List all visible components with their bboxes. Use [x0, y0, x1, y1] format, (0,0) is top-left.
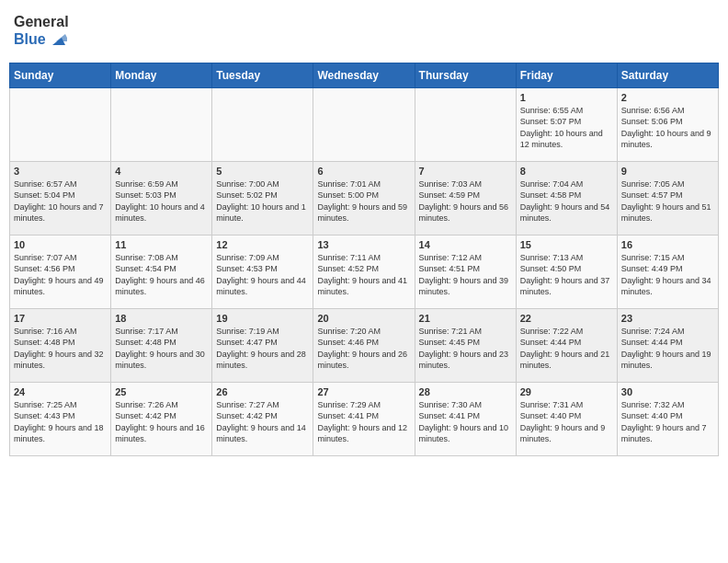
day-info: Sunrise: 7:04 AM Sunset: 4:58 PM Dayligh…: [520, 178, 613, 224]
weekday-header: Sunday: [10, 63, 111, 87]
calendar-cell: 19Sunrise: 7:19 AM Sunset: 4:47 PM Dayli…: [212, 308, 313, 382]
day-info: Sunrise: 7:26 AM Sunset: 4:42 PM Dayligh…: [115, 399, 208, 445]
logo: General Blue: [14, 14, 69, 49]
calendar-cell: 6Sunrise: 7:01 AM Sunset: 5:00 PM Daylig…: [313, 161, 415, 235]
day-number: 16: [621, 239, 714, 250]
day-number: 20: [317, 313, 410, 324]
day-info: Sunrise: 7:05 AM Sunset: 4:57 PM Dayligh…: [621, 178, 714, 224]
day-info: Sunrise: 7:19 AM Sunset: 4:47 PM Dayligh…: [216, 326, 309, 372]
day-info: Sunrise: 7:32 AM Sunset: 4:40 PM Dayligh…: [621, 399, 714, 445]
day-number: 26: [216, 386, 309, 397]
day-number: 4: [115, 166, 208, 177]
day-info: Sunrise: 7:01 AM Sunset: 5:00 PM Dayligh…: [317, 178, 410, 224]
weekday-header-row: SundayMondayTuesdayWednesdayThursdayFrid…: [10, 63, 719, 87]
day-number: 17: [14, 313, 107, 324]
day-info: Sunrise: 7:13 AM Sunset: 4:50 PM Dayligh…: [520, 252, 613, 298]
day-number: 30: [621, 386, 714, 397]
calendar-cell: [313, 87, 415, 161]
calendar-cell: 1Sunrise: 6:55 AM Sunset: 5:07 PM Daylig…: [516, 87, 617, 161]
calendar-cell: 14Sunrise: 7:12 AM Sunset: 4:51 PM Dayli…: [415, 235, 516, 308]
day-number: 22: [520, 313, 613, 324]
calendar-cell: 25Sunrise: 7:26 AM Sunset: 4:42 PM Dayli…: [111, 382, 212, 455]
day-number: 29: [520, 386, 613, 397]
day-number: 27: [317, 386, 410, 397]
calendar-cell: 8Sunrise: 7:04 AM Sunset: 4:58 PM Daylig…: [516, 161, 617, 235]
logo-general: General: [14, 14, 69, 30]
day-info: Sunrise: 6:56 AM Sunset: 5:06 PM Dayligh…: [621, 105, 714, 151]
day-number: 14: [419, 239, 512, 250]
day-info: Sunrise: 7:15 AM Sunset: 4:49 PM Dayligh…: [621, 252, 714, 298]
calendar-cell: 27Sunrise: 7:29 AM Sunset: 4:41 PM Dayli…: [313, 382, 415, 455]
day-number: 23: [621, 313, 714, 324]
day-number: 6: [317, 166, 410, 177]
day-info: Sunrise: 6:59 AM Sunset: 5:03 PM Dayligh…: [115, 178, 208, 224]
day-number: 1: [520, 92, 613, 103]
calendar-cell: 11Sunrise: 7:08 AM Sunset: 4:54 PM Dayli…: [111, 235, 212, 308]
day-number: 9: [621, 166, 714, 177]
day-number: 28: [419, 386, 512, 397]
calendar-cell: 10Sunrise: 7:07 AM Sunset: 4:56 PM Dayli…: [10, 235, 111, 308]
calendar-cell: 22Sunrise: 7:22 AM Sunset: 4:44 PM Dayli…: [516, 308, 617, 382]
day-info: Sunrise: 6:55 AM Sunset: 5:07 PM Dayligh…: [520, 105, 613, 151]
calendar-cell: 20Sunrise: 7:20 AM Sunset: 4:46 PM Dayli…: [313, 308, 415, 382]
day-number: 13: [317, 239, 410, 250]
calendar-week-row: 1Sunrise: 6:55 AM Sunset: 5:07 PM Daylig…: [10, 87, 719, 161]
day-info: Sunrise: 6:57 AM Sunset: 5:04 PM Dayligh…: [14, 178, 107, 224]
day-info: Sunrise: 7:30 AM Sunset: 4:41 PM Dayligh…: [419, 399, 512, 445]
day-info: Sunrise: 7:16 AM Sunset: 4:48 PM Dayligh…: [14, 326, 107, 372]
day-number: 25: [115, 386, 208, 397]
calendar-cell: 24Sunrise: 7:25 AM Sunset: 4:43 PM Dayli…: [10, 382, 111, 455]
calendar-cell: 5Sunrise: 7:00 AM Sunset: 5:02 PM Daylig…: [212, 161, 313, 235]
day-info: Sunrise: 7:12 AM Sunset: 4:51 PM Dayligh…: [419, 252, 512, 298]
day-number: 11: [115, 239, 208, 250]
day-info: Sunrise: 7:29 AM Sunset: 4:41 PM Dayligh…: [317, 399, 410, 445]
calendar-cell: 16Sunrise: 7:15 AM Sunset: 4:49 PM Dayli…: [617, 235, 718, 308]
weekday-header: Thursday: [415, 63, 516, 87]
calendar-cell: 13Sunrise: 7:11 AM Sunset: 4:52 PM Dayli…: [313, 235, 415, 308]
calendar-table: SundayMondayTuesdayWednesdayThursdayFrid…: [9, 63, 719, 456]
weekday-header: Monday: [111, 63, 212, 87]
calendar-cell: 29Sunrise: 7:31 AM Sunset: 4:40 PM Dayli…: [516, 382, 617, 455]
day-info: Sunrise: 7:08 AM Sunset: 4:54 PM Dayligh…: [115, 252, 208, 298]
day-number: 15: [520, 239, 613, 250]
weekday-header: Tuesday: [212, 63, 313, 87]
day-number: 21: [419, 313, 512, 324]
calendar-week-row: 24Sunrise: 7:25 AM Sunset: 4:43 PM Dayli…: [10, 382, 719, 455]
day-number: 8: [520, 166, 613, 177]
calendar-cell: [10, 87, 111, 161]
day-number: 3: [14, 166, 107, 177]
calendar-cell: 7Sunrise: 7:03 AM Sunset: 4:59 PM Daylig…: [415, 161, 516, 235]
logo-arrow-icon: [49, 30, 67, 49]
logo-blue: Blue: [14, 30, 69, 49]
day-number: 7: [419, 166, 512, 177]
day-number: 24: [14, 386, 107, 397]
svg-marker-1: [56, 34, 67, 41]
day-info: Sunrise: 7:20 AM Sunset: 4:46 PM Dayligh…: [317, 326, 410, 372]
calendar-cell: 17Sunrise: 7:16 AM Sunset: 4:48 PM Dayli…: [10, 308, 111, 382]
day-number: 12: [216, 239, 309, 250]
day-info: Sunrise: 7:31 AM Sunset: 4:40 PM Dayligh…: [520, 399, 613, 445]
day-info: Sunrise: 7:25 AM Sunset: 4:43 PM Dayligh…: [14, 399, 107, 445]
day-info: Sunrise: 7:03 AM Sunset: 4:59 PM Dayligh…: [419, 178, 512, 224]
calendar-cell: 30Sunrise: 7:32 AM Sunset: 4:40 PM Dayli…: [617, 382, 718, 455]
calendar-cell: 28Sunrise: 7:30 AM Sunset: 4:41 PM Dayli…: [415, 382, 516, 455]
calendar-week-row: 10Sunrise: 7:07 AM Sunset: 4:56 PM Dayli…: [10, 235, 719, 308]
calendar-cell: [212, 87, 313, 161]
calendar-cell: 4Sunrise: 6:59 AM Sunset: 5:03 PM Daylig…: [111, 161, 212, 235]
day-number: 5: [216, 166, 309, 177]
calendar-cell: 26Sunrise: 7:27 AM Sunset: 4:42 PM Dayli…: [212, 382, 313, 455]
calendar-week-row: 3Sunrise: 6:57 AM Sunset: 5:04 PM Daylig…: [10, 161, 719, 235]
calendar-cell: 18Sunrise: 7:17 AM Sunset: 4:48 PM Dayli…: [111, 308, 212, 382]
calendar-cell: 2Sunrise: 6:56 AM Sunset: 5:06 PM Daylig…: [617, 87, 718, 161]
day-info: Sunrise: 7:00 AM Sunset: 5:02 PM Dayligh…: [216, 178, 309, 224]
day-info: Sunrise: 7:24 AM Sunset: 4:44 PM Dayligh…: [621, 326, 714, 372]
day-info: Sunrise: 7:11 AM Sunset: 4:52 PM Dayligh…: [317, 252, 410, 298]
calendar-cell: 21Sunrise: 7:21 AM Sunset: 4:45 PM Dayli…: [415, 308, 516, 382]
day-number: 19: [216, 313, 309, 324]
day-info: Sunrise: 7:27 AM Sunset: 4:42 PM Dayligh…: [216, 399, 309, 445]
day-info: Sunrise: 7:21 AM Sunset: 4:45 PM Dayligh…: [419, 326, 512, 372]
day-number: 10: [14, 239, 107, 250]
page-header: General Blue: [9, 9, 719, 53]
calendar-cell: 3Sunrise: 6:57 AM Sunset: 5:04 PM Daylig…: [10, 161, 111, 235]
calendar-cell: [415, 87, 516, 161]
